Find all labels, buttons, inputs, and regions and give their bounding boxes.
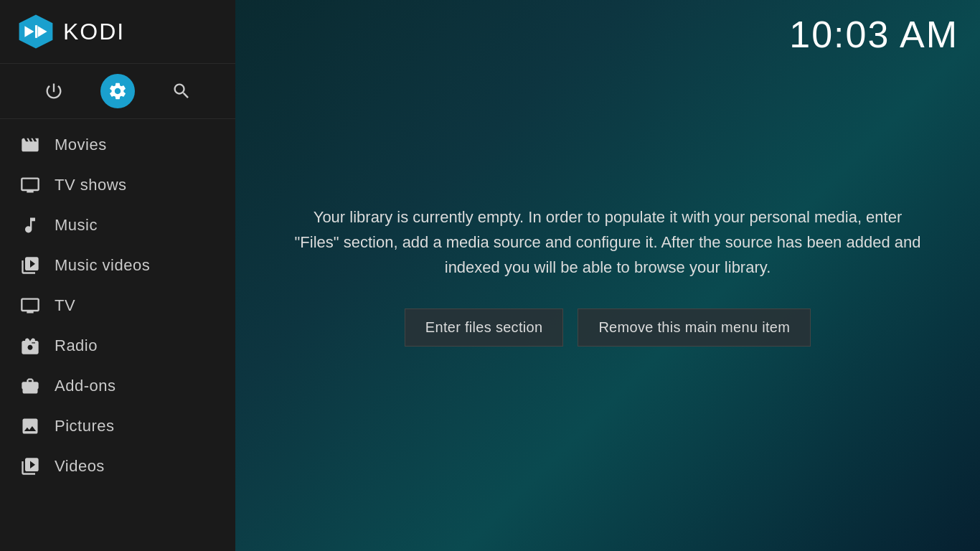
app-header: KODI (0, 0, 235, 64)
addons-label: Add-ons (55, 377, 116, 395)
movies-label: Movies (55, 136, 107, 154)
pictures-label: Pictures (55, 417, 114, 435)
videos-label: Videos (55, 457, 105, 476)
sidebar: KODI Movies (0, 0, 235, 551)
nav-item-videos[interactable]: Videos (0, 446, 235, 486)
settings-icon (108, 81, 128, 101)
power-icon (44, 81, 64, 101)
clock-display: 10:03 AM (789, 13, 958, 56)
videos-icon (20, 456, 40, 476)
music-videos-icon (20, 255, 40, 276)
nav-item-music-videos[interactable]: Music videos (0, 245, 235, 286)
top-controls (0, 64, 235, 119)
nav-item-addons[interactable]: Add-ons (0, 366, 235, 406)
music-videos-label: Music videos (55, 256, 150, 275)
remove-menu-item-button[interactable]: Remove this main menu item (578, 309, 811, 347)
enter-files-button[interactable]: Enter files section (405, 309, 564, 347)
tv-shows-icon (20, 175, 40, 195)
search-button[interactable] (164, 74, 199, 108)
nav-item-pictures[interactable]: Pictures (0, 406, 235, 446)
content-area: Your library is currently empty. In orde… (235, 0, 980, 551)
settings-button[interactable] (100, 74, 135, 108)
library-empty-message: Your library is currently empty. In orde… (293, 204, 923, 281)
tv-label: TV (55, 296, 75, 315)
app-title: KODI (63, 19, 125, 45)
music-icon (20, 215, 40, 235)
nav-item-tv-shows[interactable]: TV shows (0, 165, 235, 205)
svg-rect-3 (35, 25, 37, 38)
music-label: Music (55, 216, 98, 235)
nav-item-tv[interactable]: TV (0, 286, 235, 326)
search-icon (171, 81, 192, 101)
tv-icon (20, 296, 40, 316)
movies-icon (20, 135, 40, 155)
tv-shows-label: TV shows (55, 176, 127, 194)
radio-label: Radio (55, 336, 98, 355)
main-navigation: Movies TV shows Music Music videos TV (0, 119, 235, 551)
main-content: 10:03 AM Your library is currently empty… (235, 0, 980, 551)
addons-icon (20, 376, 40, 396)
nav-item-movies[interactable]: Movies (0, 125, 235, 165)
pictures-icon (20, 416, 40, 436)
radio-icon (20, 336, 40, 356)
nav-item-music[interactable]: Music (0, 205, 235, 245)
nav-item-radio[interactable]: Radio (0, 326, 235, 366)
power-button[interactable] (37, 74, 71, 108)
action-buttons: Enter files section Remove this main men… (405, 309, 811, 347)
kodi-logo-icon (17, 13, 55, 50)
